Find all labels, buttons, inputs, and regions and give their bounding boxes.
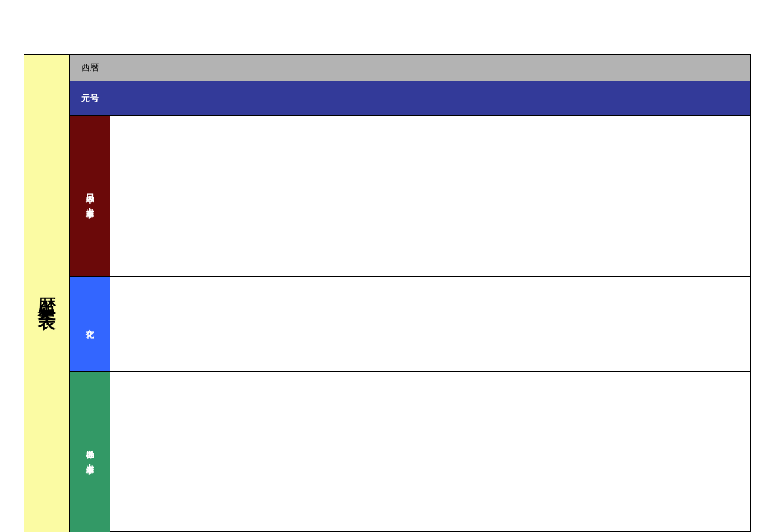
row-culture: 文化	[70, 277, 751, 372]
content-era-name	[110, 81, 751, 115]
label-culture: 文化	[70, 277, 110, 371]
row-japan-events: 日本の出来事	[70, 116, 751, 277]
label-world-events: 世界の出来事	[70, 372, 110, 532]
rows-column: 西暦 元号 日本の出来事 文化 世界の出来事	[70, 55, 751, 532]
label-japan-events: 日本の出来事	[70, 116, 110, 276]
content-world-events	[110, 372, 751, 532]
row-world-events: 世界の出来事	[70, 372, 751, 532]
timeline-table: 歴史年表 西暦 元号 日本の出来事 文化 世界の出来事	[24, 54, 751, 532]
content-western-year	[110, 55, 751, 81]
row-western-year: 西暦	[70, 55, 751, 81]
label-era-name: 元号	[70, 81, 110, 115]
content-japan-events	[110, 116, 751, 276]
label-western-year: 西暦	[70, 55, 110, 81]
content-culture	[110, 277, 751, 371]
chart-title: 歴史年表	[35, 283, 59, 304]
row-era-name: 元号	[70, 81, 751, 116]
title-column: 歴史年表	[24, 55, 70, 532]
